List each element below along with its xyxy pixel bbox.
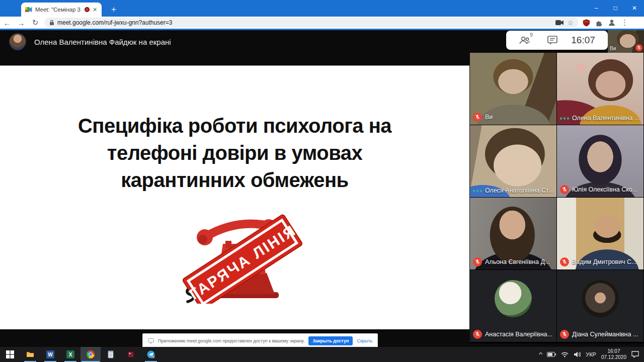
self-preview-label: Ви: [610, 46, 616, 51]
tray-expand-icon[interactable]: ^: [539, 351, 542, 357]
stop-sharing-button[interactable]: Закрыть доступ: [308, 336, 353, 345]
slide-title: Специфіка роботи психолога на телефоні д…: [0, 112, 469, 194]
participant-grid: Ви Олена Валентинівна ... Олеся Анатолії…: [470, 53, 644, 343]
presenter-avatar: [9, 33, 26, 50]
participant-name: Анастасія Валеріївна...: [485, 331, 552, 338]
participant-tile[interactable]: Ви: [470, 53, 556, 125]
hide-notification-link[interactable]: Скрыть: [357, 338, 372, 343]
slide-title-line: карантинних обмежень: [0, 166, 469, 194]
tab-close-icon[interactable]: ✕: [93, 7, 97, 13]
browser-titlebar: Meet: "Семінар 3 з психоло ✕ + – □ ✕: [0, 0, 644, 17]
telegram-button[interactable]: [141, 347, 161, 362]
participant-tile[interactable]: Діана Сулейманівна ...: [557, 270, 643, 342]
extensions-puzzle-icon[interactable]: [595, 19, 603, 27]
windows-taskbar: W X ^: [0, 347, 644, 362]
system-tray: ^ УКР 16:07 07.12.2020: [539, 348, 644, 360]
participant-avatar: [582, 280, 619, 317]
browser-toolbar: ← → ↻ meet.google.com/ruf-jwxu-gnn?authu…: [0, 17, 644, 29]
speaking-indicator-icon: [473, 190, 482, 192]
mic-muted-icon: [635, 44, 642, 51]
meet-topbar: 9 16:07: [506, 31, 608, 50]
extensions-area: ⋮: [583, 18, 628, 27]
profile-avatar-icon[interactable]: [608, 19, 616, 27]
browser-menu-icon[interactable]: ⋮: [621, 18, 628, 27]
hotline-phone-image: ГАРЯЧА ЛІНІЯ: [161, 211, 322, 306]
participant-name: Діана Сулейманівна ...: [572, 331, 638, 338]
battery-icon[interactable]: [547, 352, 556, 357]
reload-icon[interactable]: ↻: [28, 18, 42, 27]
lock-icon: [49, 20, 54, 26]
excel-button[interactable]: X: [60, 347, 80, 362]
url-text[interactable]: meet.google.com/ruf-jwxu-gnn?authuser=3: [57, 19, 552, 26]
presenter-banner: Олена Валентинівна Файдюк на екрані: [0, 30, 470, 53]
clock-date[interactable]: 16:07 07.12.2020: [601, 348, 626, 360]
meeting-clock: 16:07: [571, 35, 595, 46]
address-bar[interactable]: meet.google.com/ruf-jwxu-gnn?authuser=3 …: [44, 18, 579, 28]
participants-count: 9: [530, 32, 533, 38]
slide-title-line: телефоні довіри в умовах: [0, 139, 469, 166]
slide-title-line: Специфіка роботи психолога на: [0, 112, 469, 139]
language-indicator[interactable]: УКР: [586, 351, 596, 357]
participants-button[interactable]: 9: [519, 35, 534, 45]
tab-title: Meet: "Семінар 3 з психоло: [35, 7, 82, 13]
wifi-icon[interactable]: [561, 352, 569, 357]
tray-time: 16:07: [607, 348, 620, 354]
word-icon: W: [46, 350, 54, 358]
new-tab-button[interactable]: +: [108, 4, 120, 15]
start-button[interactable]: [0, 347, 20, 362]
meet-page: Олена Валентинівна Файдюк на екрані 9 16…: [0, 30, 644, 347]
maximize-button[interactable]: □: [606, 0, 625, 16]
shared-slide: Специфіка роботи психолога на телефоні д…: [0, 65, 469, 329]
mic-muted-icon: [473, 330, 482, 339]
participant-tile[interactable]: Олеся Анатоліївна Ст...: [470, 125, 556, 197]
participant-tile[interactable]: Юлія Олексіївна Ско...: [557, 125, 643, 197]
excel-icon: X: [66, 350, 74, 358]
file-explorer-button[interactable]: [20, 347, 40, 362]
participant-tile[interactable]: Анастасія Валеріївна...: [470, 270, 556, 342]
tray-date: 07.12.2020: [601, 354, 626, 360]
action-center-icon[interactable]: [631, 351, 639, 358]
notepad-button[interactable]: [101, 347, 121, 362]
participant-tile[interactable]: Вадим Дмитрович С...: [557, 198, 643, 269]
chrome-icon: [87, 350, 95, 358]
volume-icon[interactable]: [574, 351, 581, 357]
photos-app-icon: [127, 350, 135, 358]
participant-name: Олена Валентинівна ...: [572, 115, 639, 122]
back-icon[interactable]: ←: [0, 19, 14, 27]
recording-indicator-icon: [85, 7, 90, 12]
bookmark-star-icon[interactable]: ☆: [567, 19, 574, 27]
screen-share-notification: Приложению meet.google.com предоставлен …: [142, 333, 378, 348]
participants-icon: [519, 35, 531, 45]
participant-avatar: [495, 280, 532, 317]
notepad-icon: [107, 350, 115, 358]
adblock-shield-icon[interactable]: [583, 19, 590, 27]
participant-name: Альона Євгеніївна Д...: [485, 258, 550, 265]
mic-muted-icon: [473, 257, 482, 266]
photos-app-button[interactable]: [121, 347, 141, 362]
chat-icon[interactable]: [547, 35, 558, 45]
forward-icon[interactable]: →: [14, 19, 28, 27]
participant-name: Ви: [485, 114, 493, 121]
self-preview-tile[interactable]: Ви: [608, 30, 644, 53]
camera-indicator-icon[interactable]: [555, 20, 564, 26]
mic-muted-icon: [560, 185, 569, 194]
browser-tab[interactable]: Meet: "Семінар 3 з психоло ✕: [21, 3, 102, 17]
participant-tile[interactable]: Альона Євгеніївна Д...: [470, 198, 556, 269]
mic-muted-icon: [560, 330, 569, 339]
word-button[interactable]: W: [40, 347, 60, 362]
window-controls: – □ ✕: [587, 0, 644, 16]
participant-name: Вадим Дмитрович С...: [572, 258, 636, 265]
telegram-icon: [147, 350, 155, 358]
mic-muted-icon: [473, 113, 482, 122]
share-notification-text: Приложению meet.google.com предоставлен …: [158, 338, 304, 343]
folder-icon: [26, 350, 34, 358]
meet-favicon-icon: [25, 7, 32, 13]
minimize-button[interactable]: –: [587, 0, 606, 16]
participant-tile[interactable]: Олена Валентинівна ...: [557, 53, 643, 125]
windows-logo-icon: [6, 350, 14, 358]
screen-share-icon: [148, 338, 154, 343]
speaking-indicator-icon: [560, 117, 569, 120]
chrome-button[interactable]: [80, 347, 101, 362]
participant-name: Олеся Анатоліївна Ст...: [485, 187, 553, 194]
close-button[interactable]: ✕: [625, 0, 644, 16]
